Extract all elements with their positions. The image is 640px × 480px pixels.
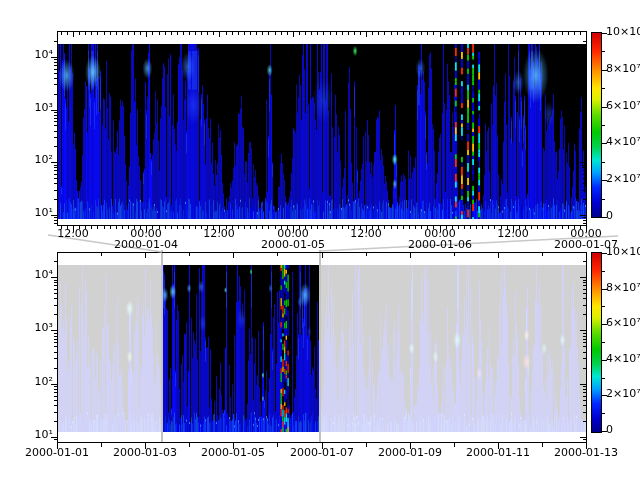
detail-x-minor-tick: [537, 226, 538, 229]
overview-x-minor-tick-top: [101, 253, 102, 256]
y-minor-tick: [54, 261, 58, 262]
detail-x-minor-tick-top: [305, 32, 306, 35]
colorbar-minor-tick: [602, 199, 605, 200]
y-minor-tick: [54, 368, 58, 369]
detail-x-date-label: 2000-01-05: [261, 239, 325, 251]
detail-x-minor-tick-top: [226, 32, 227, 35]
detail-x-minor-tick-top: [537, 32, 538, 35]
colorbar-tick-label: 8×10⁷: [606, 282, 640, 294]
detail-x-minor-tick: [482, 226, 483, 229]
detail-x-minor-tick-top: [470, 32, 471, 35]
y-minor-tick: [54, 293, 58, 294]
detail-x-minor-tick-top: [232, 32, 233, 35]
detail-x-minor-tick: [421, 226, 422, 229]
y-minor-tick-right: [583, 59, 587, 60]
y-minor-tick-right: [583, 137, 587, 138]
overview-x-minor-tick-top: [189, 253, 190, 256]
detail-x-minor-tick: [384, 226, 385, 229]
detail-x-major-tick-top: [586, 32, 587, 37]
detail-x-minor-tick-top: [207, 32, 208, 35]
detail-x-minor-tick: [177, 226, 178, 229]
detail-x-minor-tick: [562, 226, 563, 229]
y-minor-tick-right: [583, 65, 587, 66]
y-minor-tick-right: [583, 305, 587, 306]
detail-x-minor-tick-top: [562, 32, 563, 35]
detail-x-minor-tick-top: [238, 32, 239, 35]
y-major-tick-right: [580, 330, 586, 331]
detail-x-minor-tick: [555, 226, 556, 229]
detail-x-minor-tick-top: [574, 32, 575, 35]
colorbar-tick-label: 4×10⁷: [606, 136, 640, 148]
y-minor-tick-right: [583, 131, 587, 132]
y-minor-tick-right: [583, 183, 587, 184]
y-minor-tick-right: [583, 178, 587, 179]
overview-x-minor-tick-top: [454, 253, 455, 256]
overview-x-minor-tick: [454, 443, 455, 447]
y-minor-tick-right: [583, 368, 587, 369]
detail-x-minor-tick-top: [152, 32, 153, 35]
detail-x-minor-tick-top: [458, 32, 459, 35]
detail-x-minor-tick: [348, 226, 349, 229]
y-minor-tick: [54, 94, 58, 95]
detail-x-minor-tick-top: [580, 32, 581, 35]
detail-x-minor-tick: [195, 226, 196, 229]
y-minor-tick-right: [583, 170, 587, 171]
y-tick-label: 10⁴: [9, 269, 53, 281]
detail-x-minor-tick: [415, 226, 416, 229]
y-minor-tick: [54, 73, 58, 74]
detail-x-minor-tick-top: [256, 32, 257, 35]
y-major-tick-right: [580, 162, 586, 163]
y-tick-label: 10³: [9, 102, 53, 114]
detail-x-minor-tick-top: [501, 32, 502, 35]
y-minor-tick: [54, 170, 58, 171]
overview-x-minor-tick: [101, 443, 102, 447]
detail-x-minor-tick: [91, 226, 92, 229]
detail-x-minor-tick: [446, 226, 447, 229]
y-minor-tick-right: [583, 78, 587, 79]
colorbar-minor-tick: [602, 88, 605, 89]
detail-x-minor-tick-top: [116, 32, 117, 35]
detail-x-minor-tick-top: [140, 32, 141, 35]
detail-x-minor-tick-top: [317, 32, 318, 35]
colorbar-tick-label: 2×10⁷: [606, 388, 640, 400]
detail-x-minor-tick: [317, 226, 318, 229]
detail-x-minor-tick-top: [189, 32, 190, 35]
detail-x-minor-tick-top: [122, 32, 123, 35]
detail-x-minor-tick: [391, 226, 392, 229]
detail-x-minor-tick: [543, 226, 544, 229]
detail-x-minor-tick: [79, 226, 80, 229]
y-minor-tick: [54, 305, 58, 306]
detail-x-minor-tick-top: [421, 32, 422, 35]
y-minor-tick: [54, 174, 58, 175]
detail-x-minor-tick-top: [433, 32, 434, 35]
y-minor-tick: [54, 62, 58, 63]
y-minor-tick-right: [583, 439, 587, 440]
y-minor-tick: [54, 439, 58, 440]
detail-x-minor-tick: [433, 226, 434, 229]
detail-x-minor-tick: [250, 226, 251, 229]
detail-x-time-label: 12:00: [350, 228, 382, 240]
detail-x-minor-tick-top: [97, 32, 98, 35]
y-minor-tick: [54, 342, 58, 343]
detail-x-minor-tick: [262, 226, 263, 229]
detail-x-minor-tick-top: [384, 32, 385, 35]
y-minor-tick: [54, 280, 58, 281]
detail-x-minor-tick: [171, 226, 172, 229]
y-minor-tick: [54, 146, 58, 147]
detail-x-minor-tick: [110, 226, 111, 229]
detail-x-minor-tick: [226, 226, 227, 229]
detail-x-minor-tick: [574, 226, 575, 229]
detail-x-minor-tick: [501, 226, 502, 229]
detail-x-minor-tick: [152, 226, 153, 229]
overview-x-minor-tick: [189, 443, 190, 447]
overview-x-major-tick-top: [145, 253, 146, 258]
detail-x-major-tick-top: [440, 32, 441, 37]
axes-overlay: 02×10⁷4×10⁷6×10⁷8×10⁷10×10⁷02×10⁷4×10⁷6×…: [0, 0, 640, 480]
detail-x-minor-tick-top: [555, 32, 556, 35]
detail-x-minor-tick-top: [391, 32, 392, 35]
detail-x-minor-tick: [507, 226, 508, 229]
detail-x-minor-tick-top: [177, 32, 178, 35]
y-minor-tick: [54, 84, 58, 85]
detail-x-time-label: 12:00: [203, 228, 235, 240]
detail-x-minor-tick: [519, 226, 520, 229]
